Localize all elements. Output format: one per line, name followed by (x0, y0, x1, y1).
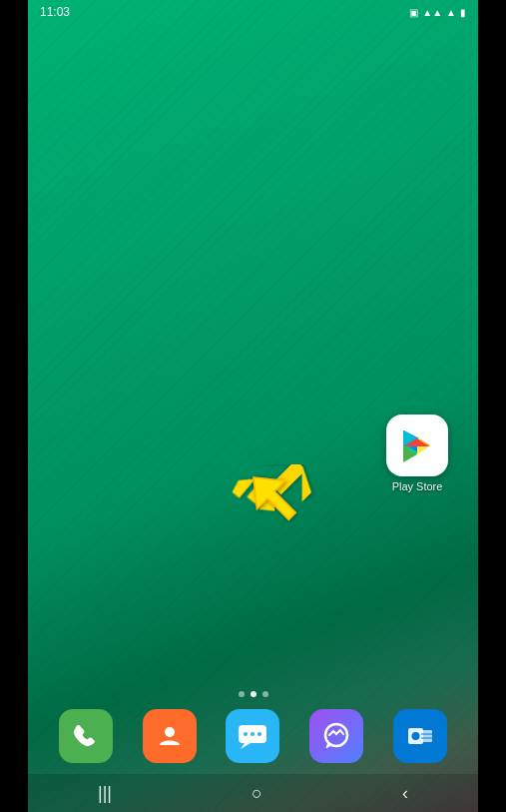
contacts-icon (155, 721, 185, 751)
status-time: 11:03 (40, 5, 70, 19)
play-store-app[interactable]: Play Store (386, 414, 448, 492)
dock-outlook[interactable] (393, 709, 447, 763)
navigation-bar: ||| ○ ‹ (28, 774, 478, 812)
page-dot-2 (251, 691, 256, 697)
screen: 11:03 ▣ ▲▲ ▲ ▮ (28, 0, 478, 812)
app-dock (28, 700, 478, 772)
svg-point-15 (244, 732, 248, 736)
dock-messages[interactable] (226, 709, 279, 763)
page-dot-1 (239, 691, 245, 697)
dock-phone[interactable] (59, 709, 113, 763)
messages-app-icon[interactable] (226, 709, 279, 763)
messenger-icon (320, 720, 352, 752)
side-bar-right (478, 0, 506, 812)
home-button[interactable]: ○ (252, 783, 262, 804)
outlook-icon (404, 720, 436, 752)
play-store-logo (398, 426, 436, 464)
dock-contacts[interactable] (143, 709, 197, 763)
recent-apps-button[interactable]: ||| (98, 783, 112, 804)
wifi-icon: ▲ (446, 7, 456, 18)
side-bar-left (0, 0, 28, 812)
status-bar: 11:03 ▣ ▲▲ ▲ ▮ (28, 0, 478, 24)
svg-rect-21 (421, 730, 432, 742)
page-dot-3 (262, 691, 268, 697)
dock-messenger[interactable] (309, 709, 363, 763)
svg-point-13 (165, 727, 175, 737)
contacts-app-icon[interactable] (143, 709, 197, 763)
messages-icon (237, 721, 268, 751)
signal-icon: ▲▲ (422, 7, 442, 18)
svg-point-16 (251, 732, 254, 736)
phone-icon (71, 721, 101, 751)
status-icons: ▣ ▲▲ ▲ ▮ (409, 7, 466, 18)
sim-icon: ▣ (409, 7, 418, 18)
yellow-arrow-pointer (218, 464, 327, 568)
arrow-svg (218, 464, 327, 564)
battery-icon: ▮ (460, 7, 466, 18)
svg-point-20 (412, 732, 420, 740)
back-button[interactable]: ‹ (402, 783, 408, 804)
phone-app-icon[interactable] (59, 709, 113, 763)
messenger-app-icon[interactable] (309, 709, 363, 763)
play-store-label: Play Store (392, 480, 443, 492)
phone-frame: 11:03 ▣ ▲▲ ▲ ▮ (0, 0, 506, 812)
outlook-app-icon[interactable] (393, 709, 447, 763)
svg-point-17 (257, 732, 261, 736)
play-store-icon[interactable] (386, 414, 448, 476)
page-dots (28, 691, 478, 697)
